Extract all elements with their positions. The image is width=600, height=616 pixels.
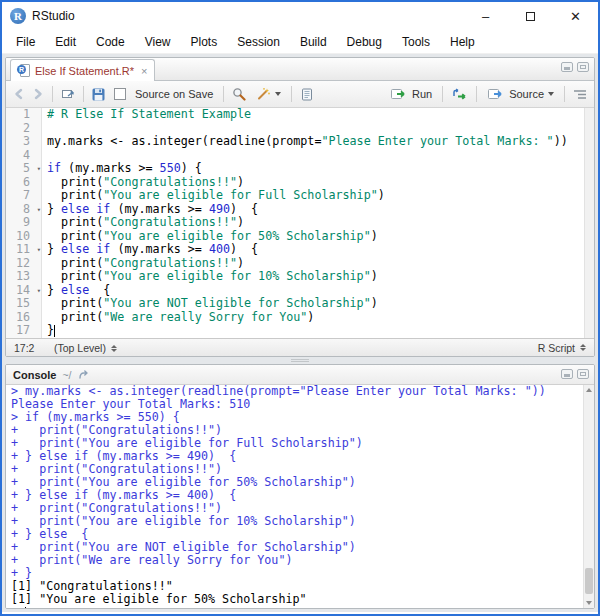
line-number[interactable]: 15 (6, 297, 42, 311)
save-icon[interactable] (91, 84, 106, 104)
menu-item-file[interactable]: File (6, 32, 45, 52)
line-number[interactable]: 10 (6, 230, 42, 244)
line-number[interactable]: 8▾ (6, 203, 42, 217)
tab-close-icon[interactable]: × (141, 65, 147, 77)
rstudio-app-icon: R (10, 8, 26, 24)
menu-item-tools[interactable]: Tools (392, 32, 440, 52)
editor-line: 4 (6, 149, 594, 163)
editor-line: 3my.marks <- as.integer(readline(prompt=… (6, 135, 594, 149)
editor-status-bar: 17:2 (Top Level) R Script (6, 338, 594, 356)
console-tab-label[interactable]: Console (13, 369, 56, 381)
line-number[interactable]: 6 (6, 176, 42, 190)
goto-directory-icon[interactable] (77, 365, 92, 385)
file-type-selector[interactable]: R Script (538, 342, 586, 354)
editor-line: 7 print("You are eligible for Full Schol… (6, 189, 594, 203)
r-file-icon: R (18, 64, 30, 78)
editor-line: 6 print("Congratulations!!") (6, 176, 594, 190)
maximize-icon (526, 12, 535, 21)
minimize-pane-icon[interactable] (561, 369, 573, 379)
line-number[interactable]: 12 (6, 257, 42, 271)
line-number[interactable]: 3 (6, 135, 42, 149)
fold-arrow-icon[interactable]: ▾ (37, 163, 41, 177)
maximize-pane-icon[interactable] (577, 369, 589, 379)
run-button[interactable]: Run (387, 84, 435, 104)
line-number[interactable]: 13 (6, 270, 42, 284)
line-number[interactable]: 4 (6, 149, 42, 163)
scrollbar-thumb[interactable] (585, 568, 593, 594)
pane-splitter[interactable] (5, 357, 595, 364)
line-number[interactable]: 2 (6, 122, 42, 136)
tab-else-if-statement[interactable]: R Else If Statement.R* × (10, 59, 155, 81)
line-number[interactable]: 1 (6, 108, 42, 122)
line-number[interactable]: 16 (6, 311, 42, 325)
document-outline-icon[interactable] (572, 84, 588, 104)
console-line: > (11, 606, 594, 608)
console-pane: Console ~/ > my.marks <- as.integer(read… (5, 364, 595, 609)
console-body[interactable]: > my.marks <- as.integer(readline(prompt… (6, 385, 594, 608)
scroll-up-icon[interactable] (586, 388, 592, 392)
line-number[interactable]: 14▾ (6, 284, 42, 298)
menu-item-code[interactable]: Code (86, 32, 135, 52)
scope-arrows-icon (111, 345, 117, 352)
menu-item-view[interactable]: View (135, 32, 181, 52)
editor-line: 10 print("You are eligible for 50% Schol… (6, 230, 594, 244)
menu-item-help[interactable]: Help (440, 32, 485, 52)
scroll-down-icon[interactable] (586, 601, 592, 605)
source-on-save-label: Source on Save (135, 88, 213, 100)
menu-item-plots[interactable]: Plots (181, 32, 228, 52)
menu-bar: FileEditCodeViewPlotsSessionBuildDebugTo… (2, 30, 598, 54)
magic-wand-icon (255, 84, 271, 104)
fold-arrow-icon[interactable]: ▾ (37, 204, 41, 218)
line-number[interactable]: 7 (6, 189, 42, 203)
menu-item-build[interactable]: Build (290, 32, 337, 52)
editor-line: 12 print("Congratulations!!") (6, 257, 594, 271)
editor-line: 17} (6, 324, 594, 338)
editor-line: 15 print("You are NOT eligible for Schol… (6, 297, 594, 311)
line-number[interactable]: 17 (6, 324, 42, 338)
source-pane: R Else If Statement.R* × (5, 57, 595, 357)
editor-line: 14▾} else { (6, 284, 594, 298)
maximize-button[interactable] (508, 2, 553, 30)
minimize-pane-icon[interactable] (561, 62, 573, 72)
console-scrollbar[interactable] (583, 385, 594, 608)
editor-line: 11▾} else if (my.marks >= 400) { (6, 243, 594, 257)
source-on-save-toggle[interactable]: Source on Save (111, 88, 216, 100)
menu-item-session[interactable]: Session (227, 32, 290, 52)
source-on-save-checkbox[interactable] (114, 88, 126, 100)
console-cursor (25, 607, 26, 608)
chevron-down-icon (275, 92, 281, 96)
forward-icon[interactable] (31, 84, 45, 104)
editor-line: 16 print("We are really Sorry for You") (6, 311, 594, 325)
fold-arrow-icon[interactable]: ▾ (37, 244, 41, 258)
code-tools-menu[interactable] (252, 84, 284, 104)
editor-scrollbar[interactable] (584, 108, 594, 338)
close-button[interactable]: ✕ (553, 2, 598, 30)
open-in-new-window-icon[interactable] (60, 84, 76, 104)
code-editor[interactable]: 1# R Else If Statement Example23my.marks… (6, 108, 594, 338)
console-line: + print("You are eligible for 10% Schola… (11, 515, 594, 528)
source-label: Source (509, 88, 544, 100)
chevron-down-icon (548, 92, 554, 96)
text-cursor (54, 325, 55, 337)
line-number[interactable]: 9 (6, 216, 42, 230)
back-icon[interactable] (12, 84, 26, 104)
tab-title: Else If Statement.R* (35, 65, 134, 77)
line-number[interactable]: 11▾ (6, 243, 42, 257)
menu-item-edit[interactable]: Edit (45, 32, 86, 52)
source-button[interactable]: Source (484, 84, 557, 104)
scope-selector[interactable]: (Top Level) (54, 342, 117, 354)
workspace: R Else If Statement.R* × (2, 54, 598, 612)
fold-arrow-icon[interactable]: ▾ (37, 285, 41, 299)
rerun-icon[interactable] (450, 84, 469, 104)
window-controls: – ✕ (463, 2, 598, 30)
menu-item-debug[interactable]: Debug (337, 32, 392, 52)
editor-line: 9 print("Congratulations!!") (6, 216, 594, 230)
find-replace-icon[interactable] (231, 84, 247, 104)
compile-report-icon[interactable] (299, 84, 314, 104)
console-header: Console ~/ (6, 365, 594, 385)
line-number[interactable]: 5▾ (6, 162, 42, 176)
editor-line: 13 print("You are eligible for 10% Schol… (6, 270, 594, 284)
minimize-button[interactable]: – (463, 2, 508, 30)
maximize-pane-icon[interactable] (577, 62, 589, 72)
working-directory: ~/ (62, 369, 71, 381)
